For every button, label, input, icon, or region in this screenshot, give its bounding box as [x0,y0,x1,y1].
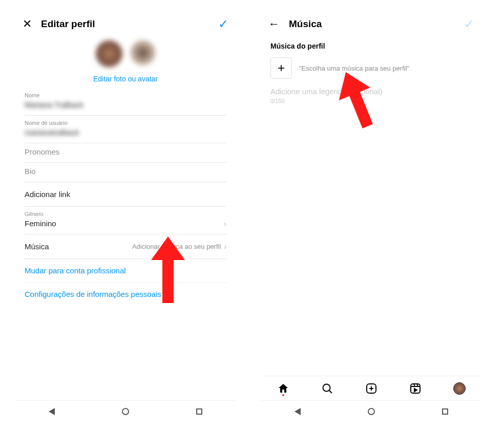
music-label: Música [25,242,49,251]
profile-avatar-icon[interactable] [453,382,466,395]
nav-recent-icon[interactable] [442,408,448,415]
edit-form: Nome Mariana Tralback Nome de usuário ma… [15,88,236,306]
home-icon[interactable] [277,382,289,395]
nav-recent-icon[interactable] [196,408,202,415]
add-music-row[interactable]: + "Escolha uma música para seu perfil" [261,57,481,79]
add-music-button[interactable]: + [270,57,292,79]
switch-professional-link[interactable]: Mudar para conta profissional [25,259,226,283]
pronouns-field[interactable]: Pronomes [25,143,226,163]
add-music-text: "Escolha uma música para seu perfil" [299,64,409,72]
notification-dot [282,394,284,396]
nav-home-icon[interactable] [122,408,129,415]
svg-line-1 [329,391,332,393]
pronouns-label: Pronomes [25,147,226,156]
section-label: Música do perfil [261,39,481,57]
bio-label: Bio [25,167,226,176]
edit-photo-link[interactable]: Editar foto ou avatar [15,75,236,83]
music-value: Adicionar música ao seu perfil [132,243,221,250]
confirm-check-icon[interactable]: ✓ [218,17,228,31]
svg-rect-5 [411,384,420,393]
gender-field[interactable]: Gênero Feminino › [25,207,226,234]
back-arrow-icon[interactable]: ← [268,17,280,31]
gender-value: Feminino [25,219,56,228]
header: ✕ Editar perfil ✓ [15,9,236,39]
phone-music: ← Música ✓ Música do perfil + "Escolha u… [261,9,481,422]
gender-label: Gênero [25,211,56,217]
caption-limit: 0/150 [261,96,481,106]
page-title: Editar perfil [41,18,95,30]
android-nav [261,400,481,422]
page-title: Música [289,18,322,30]
create-icon[interactable] [365,382,377,395]
name-field[interactable]: Nome Mariana Tralback [25,88,226,116]
phone-edit-profile: ✕ Editar perfil ✓ Editar foto ou avatar … [15,9,236,422]
search-icon[interactable] [321,382,333,395]
personal-info-link[interactable]: Configurações de informações pessoais [25,283,226,306]
avatar-photo[interactable] [130,40,156,66]
nav-home-icon[interactable] [368,408,375,415]
bio-field[interactable]: Bio [25,163,226,182]
username-value: marianatralback [25,128,226,137]
add-link-label: Adicionar link [25,190,70,199]
name-value: Mariana Tralback [25,100,226,109]
nav-back-icon[interactable] [49,408,55,415]
name-label: Nome [25,92,226,98]
reels-icon[interactable] [409,382,422,395]
nav-back-icon[interactable] [295,408,301,415]
music-row[interactable]: Música Adicionar música ao seu perfil › [25,234,226,259]
username-label: Nome de usuário [25,120,226,126]
header: ← Música ✓ [261,9,481,39]
plus-icon: + [278,61,285,75]
android-nav [15,400,236,422]
profile-photo[interactable] [95,40,123,68]
bottom-nav [261,376,481,400]
confirm-check-icon[interactable]: ✓ [464,17,474,31]
username-field[interactable]: Nome de usuário marianatralback [25,116,226,143]
svg-point-0 [323,384,330,391]
add-link-row[interactable]: Adicionar link [25,182,226,207]
chevron-right-icon: › [224,243,226,251]
avatar-row [15,40,236,68]
chevron-right-icon: › [224,220,226,228]
caption-input[interactable]: Adicione uma legenda (opcional) [261,87,481,96]
close-icon[interactable]: ✕ [23,17,32,31]
